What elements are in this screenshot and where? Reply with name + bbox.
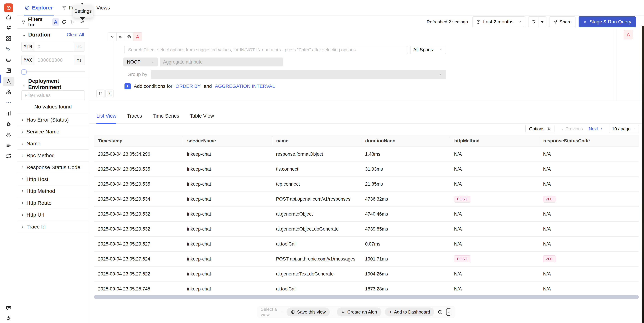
tab-time-series[interactable]: Time Series (153, 108, 179, 124)
stage-run-query-button[interactable]: Stage & Run Query (578, 16, 636, 28)
filter-section-service-name[interactable]: ›Service Name (17, 126, 89, 138)
more-icon[interactable] (5, 99, 12, 106)
aggregation-interval-link[interactable]: AGGREGATION INTERVAL (215, 84, 275, 89)
duration-min-input[interactable] (34, 42, 74, 52)
filter-section-trace-id[interactable]: ›Trace Id (17, 221, 89, 233)
clear-all-link[interactable]: Clear All (67, 32, 84, 38)
cell-Timestamp: 2025-09-04 23:05:25.745 (94, 286, 183, 292)
table-row[interactable]: 2025-09-04 23:05:27.624inkeep-chatPOST a… (94, 252, 639, 266)
filter-section-http-url[interactable]: ›Http Url (17, 209, 89, 221)
filter-section-http-host[interactable]: ›Http Host (17, 174, 89, 185)
order-by-link[interactable]: ORDER BY (176, 84, 200, 89)
table-row[interactable]: 2025-09-04 23:05:25.745inkeep-chatai.too… (94, 282, 639, 296)
aggregate-operator-select[interactable]: NOOP (124, 58, 158, 66)
table-row[interactable]: 2025-09-04 23:05:29.535inkeep-chattcp.co… (94, 177, 639, 192)
cell-durationNano: 4736.32ms (361, 196, 450, 202)
integrations-icon[interactable] (5, 152, 12, 160)
exceptions-icon[interactable] (5, 120, 12, 128)
home-icon[interactable] (5, 14, 12, 21)
table-row[interactable]: 2025-09-04 23:05:34.296inkeep-chatrespon… (94, 147, 639, 162)
column-header-durationNano[interactable]: durationNano (361, 137, 450, 145)
slider-handle[interactable] (21, 69, 27, 75)
infrastructure-icon[interactable] (5, 56, 12, 64)
filter-settings-icon[interactable] (80, 20, 85, 24)
service-map-icon[interactable] (5, 131, 12, 138)
traces-icon[interactable] (3, 77, 14, 86)
add-formula-button[interactable]: Σ (106, 90, 114, 98)
filter-section-rpc-method[interactable]: ›Rpc Method (17, 150, 89, 162)
span-scope-select[interactable]: All Spans (410, 46, 446, 54)
column-header-name[interactable]: name (272, 137, 361, 145)
time-range-select[interactable]: Last 2 months (472, 16, 525, 28)
tab-table-view[interactable]: Table View (190, 108, 214, 124)
cell-httpMethod: N/A (450, 182, 539, 187)
options-button[interactable]: Options (525, 125, 554, 133)
pipelines-icon[interactable] (5, 142, 12, 149)
query-toolbar: Refreshed 2 sec ago Last 2 months Share … (427, 16, 636, 28)
table-row[interactable]: 2025-09-04 23:05:29.532inkeep-chatai.gen… (94, 206, 639, 222)
table-row[interactable]: 2025-09-04 23:05:29.532inkeep-chatai.gen… (94, 222, 639, 236)
horizontal-scrollbar[interactable] (94, 295, 639, 299)
query-badge-a[interactable]: A (52, 18, 59, 26)
plus-icon[interactable]: + (124, 83, 131, 89)
logs-icon[interactable] (5, 67, 12, 74)
filter-section-response-status-code[interactable]: ›Response Status Code (17, 162, 89, 174)
select-view-dropdown[interactable]: Select a view (261, 307, 283, 317)
column-header-Timestamp[interactable]: Timestamp (94, 137, 183, 145)
group-by-select[interactable] (151, 70, 446, 79)
toggle-visibility-button[interactable] (116, 32, 125, 41)
info-icon[interactable] (438, 310, 443, 314)
create-alert-button[interactable]: Create an Alert (337, 308, 381, 316)
share-button[interactable]: Share (549, 16, 576, 28)
dashboards-icon[interactable] (5, 35, 12, 42)
tab-list-view[interactable]: List View (96, 108, 116, 124)
alerts-icon[interactable] (5, 24, 12, 32)
column-header-responseStatusCode[interactable]: responseStatusCode (539, 137, 639, 145)
previous-page-button[interactable]: Previous (560, 126, 583, 132)
window-edge-scrollbar[interactable] (642, 26, 644, 323)
deployment-section-header[interactable]: ⌄ Deployment Environment (21, 81, 85, 88)
filter-section-http-method[interactable]: ›Http Method (17, 185, 89, 197)
settings-gear-icon[interactable] (5, 314, 12, 322)
add-to-dashboard-button[interactable]: + Add to Dashboard (385, 308, 434, 316)
filter-section-has-error-status-[interactable]: ›Has Error (Status) (17, 114, 89, 126)
filter-section-name[interactable]: ›Name (17, 138, 89, 150)
export-panel-button[interactable] (446, 308, 451, 316)
collapse-query-button[interactable] (108, 32, 116, 41)
clone-query-button[interactable] (125, 32, 134, 41)
page-size-select[interactable]: 10 / page (609, 125, 639, 133)
aggregate-attribute-field[interactable]: Aggregate attribute (160, 58, 283, 66)
query-label-badge[interactable]: A (134, 32, 142, 41)
duration-max-input[interactable] (34, 55, 74, 65)
support-chat-icon[interactable] (5, 304, 12, 312)
tab-views[interactable]: Views (96, 0, 110, 16)
table-row[interactable]: 2025-09-04 23:05:29.535inkeep-chattls.co… (94, 162, 639, 177)
collapse-panel-icon[interactable] (70, 20, 76, 24)
chevron-right-icon: › (22, 152, 24, 158)
chevron-down-icon (151, 60, 154, 64)
column-header-serviceName[interactable]: serviceName (183, 137, 272, 145)
filter-section-http-route[interactable]: ›Http Route (17, 197, 89, 209)
save-view-button[interactable]: Save this view (286, 308, 330, 316)
column-header-httpMethod[interactable]: httpMethod (450, 137, 539, 145)
refresh-options-button[interactable] (538, 16, 546, 28)
slider-track[interactable] (21, 71, 85, 72)
refresh-button[interactable] (528, 16, 538, 28)
metrics-icon[interactable] (5, 88, 12, 96)
duration-min-row: MIN ms (21, 42, 85, 52)
deployment-filter-input[interactable] (22, 93, 84, 98)
signoz-logo[interactable] (4, 4, 13, 12)
add-query-button[interactable] (96, 90, 105, 98)
table-row[interactable]: 2025-09-04 23:05:29.534inkeep-chatPOST a… (94, 192, 639, 206)
table-row[interactable]: 2025-09-04 23:05:29.527inkeep-chatai.too… (94, 236, 639, 252)
sync-icon[interactable] (62, 20, 66, 24)
usage-chart-icon[interactable] (5, 110, 12, 117)
next-page-button[interactable]: Next (589, 126, 603, 132)
duration-section-header[interactable]: ⌄ Duration Clear All (21, 31, 85, 38)
tab-explorer[interactable]: Explorer (24, 0, 53, 16)
query-rail-badge[interactable]: A (624, 30, 633, 40)
search-filter-input[interactable] (125, 47, 408, 52)
quick-actions-icon[interactable] (5, 46, 12, 53)
tab-traces[interactable]: Traces (127, 108, 142, 124)
table-row[interactable]: 2025-09-04 23:05:27.622inkeep-chatai.gen… (94, 266, 639, 282)
